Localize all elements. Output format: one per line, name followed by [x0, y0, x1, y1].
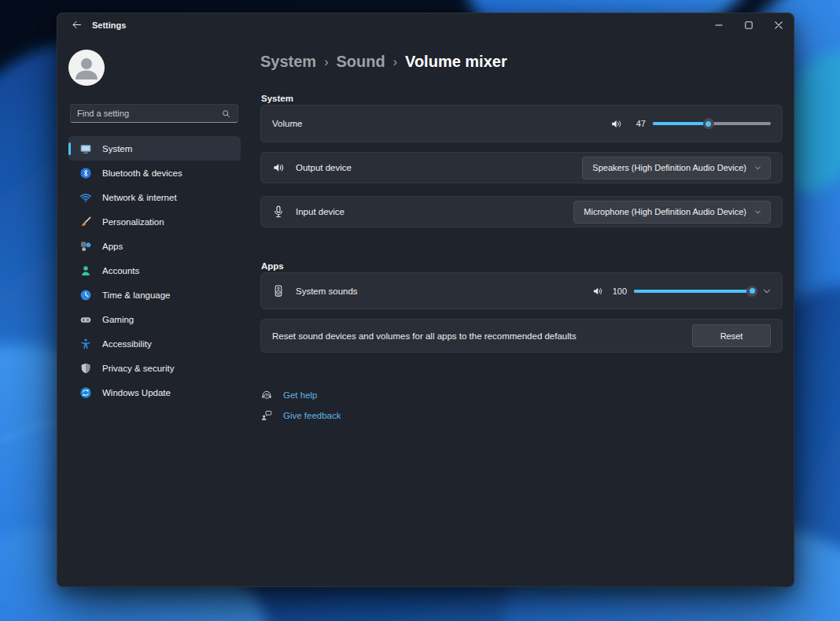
- feedback-icon: [260, 409, 273, 422]
- chevron-down-icon: [753, 164, 762, 172]
- apps-icon: [79, 240, 92, 253]
- privacy-security-icon: [79, 362, 92, 375]
- windows-update-icon: [79, 386, 92, 399]
- volume-slider-thumb[interactable]: [703, 118, 714, 129]
- system-sounds-value: 100: [611, 286, 627, 296]
- give-feedback-link[interactable]: Give feedback: [260, 409, 341, 422]
- back-button[interactable]: [67, 19, 86, 33]
- chevron-right-icon: ›: [393, 54, 397, 69]
- accessibility-icon: [79, 338, 92, 350]
- sidebar-item-bluetooth-devices[interactable]: Bluetooth & devices: [68, 161, 241, 185]
- app-title: Settings: [92, 20, 126, 30]
- bluetooth-icon: [79, 167, 92, 179]
- gaming-icon: [79, 313, 92, 326]
- page-title: Volume mixer: [405, 53, 507, 71]
- time-language-icon: [79, 289, 92, 301]
- search-box: [70, 104, 238, 123]
- volume-label: Volume: [272, 119, 302, 128]
- system-sounds-label: System sounds: [296, 286, 358, 296]
- volume-value: 47: [630, 119, 646, 128]
- sidebar-item-personalization[interactable]: Personalization: [68, 209, 241, 234]
- output-device-value: Speakers (High Definition Audio Device): [592, 163, 746, 172]
- volume-row: Volume 47: [260, 105, 783, 142]
- sidebar-item-apps[interactable]: Apps: [68, 234, 241, 258]
- main-content: System › Sound › Volume mixer System Vol…: [260, 13, 783, 588]
- sidebar-item-time-language[interactable]: Time & language: [68, 283, 241, 307]
- sidebar-item-network-internet[interactable]: Network & internet: [68, 185, 241, 209]
- sidebar-nav: System Bluetooth & devices Network & int…: [68, 136, 241, 405]
- volume-slider[interactable]: [653, 118, 771, 129]
- personalization-icon: [79, 216, 92, 228]
- selected-indicator: [68, 142, 71, 155]
- help-icon: [260, 389, 273, 401]
- settings-window: Settings System Bluetooth & devices Netw…: [57, 13, 794, 587]
- speaker-icon[interactable]: [610, 117, 623, 131]
- get-help-link[interactable]: Get help: [260, 389, 317, 401]
- avatar[interactable]: [68, 50, 105, 86]
- chevron-down-icon: [753, 208, 762, 216]
- network-icon: [79, 191, 92, 204]
- system-sounds-slider[interactable]: [634, 286, 752, 297]
- apps-section-heading: Apps: [261, 261, 284, 271]
- speaker-box-icon: [271, 284, 286, 298]
- output-device-row: Output device Speakers (High Definition …: [260, 152, 783, 183]
- input-device-dropdown[interactable]: Microphone (High Definition Audio Device…: [573, 201, 771, 224]
- output-device-label: Output device: [296, 163, 352, 172]
- expand-system-sounds-button[interactable]: [761, 286, 772, 297]
- reset-row: Reset sound devices and volumes for all …: [260, 319, 783, 353]
- input-device-row: Input device Microphone (High Definition…: [260, 196, 783, 227]
- sidebar-item-accounts[interactable]: Accounts: [68, 258, 241, 283]
- search-icon[interactable]: [221, 109, 231, 119]
- speaker-icon: [271, 161, 286, 175]
- input-device-label: Input device: [296, 207, 344, 216]
- sidebar-item-system[interactable]: System: [68, 136, 241, 161]
- accounts-icon: [79, 264, 92, 277]
- reset-button[interactable]: Reset: [692, 324, 771, 347]
- back-arrow-icon: [71, 19, 83, 34]
- system-section-heading: System: [261, 94, 293, 103]
- system-icon: [79, 142, 92, 155]
- sidebar-item-privacy-security[interactable]: Privacy & security: [68, 356, 241, 380]
- system-sounds-row: System sounds 100: [260, 272, 783, 309]
- search-input[interactable]: [77, 109, 221, 118]
- speaker-icon[interactable]: [591, 285, 604, 298]
- output-device-dropdown[interactable]: Speakers (High Definition Audio Device): [582, 157, 771, 179]
- breadcrumb-system[interactable]: System: [260, 53, 316, 71]
- input-device-value: Microphone (High Definition Audio Device…: [584, 207, 746, 216]
- microphone-icon: [271, 205, 286, 219]
- reset-description: Reset sound devices and volumes for all …: [272, 331, 577, 341]
- chevron-down-icon: [761, 286, 772, 297]
- chevron-right-icon: ›: [324, 54, 328, 69]
- breadcrumb-sound[interactable]: Sound: [336, 53, 385, 71]
- sidebar-item-gaming[interactable]: Gaming: [68, 307, 241, 331]
- breadcrumb: System › Sound › Volume mixer: [260, 53, 507, 71]
- sidebar-item-accessibility[interactable]: Accessibility: [68, 331, 241, 356]
- system-sounds-slider-thumb[interactable]: [746, 286, 757, 297]
- sidebar-item-windows-update[interactable]: Windows Update: [68, 380, 241, 405]
